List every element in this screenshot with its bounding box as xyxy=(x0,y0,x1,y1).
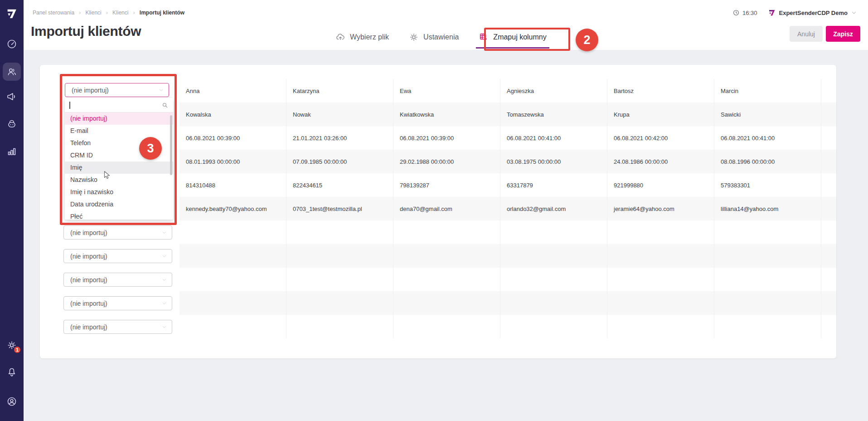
dropdown-option[interactable]: Imię i nazwisko xyxy=(65,186,173,198)
dropdown-option-list: (nie importuj)E-mailTelefonCRM IDImięNaz… xyxy=(65,113,173,220)
breadcrumb: Panel sterowania›Klienci›Klienci›Importu… xyxy=(33,9,184,16)
table-cell xyxy=(393,268,500,291)
table-cell xyxy=(393,244,500,268)
breadcrumb-separator-icon: › xyxy=(133,9,135,16)
tab-zmapuj-kolumny[interactable]: Zmapuj kolumny xyxy=(479,26,546,49)
breadcrumb-item[interactable]: Klienci xyxy=(112,10,128,16)
column-mapping-select[interactable]: (nie importuj) xyxy=(63,249,172,263)
table-cell xyxy=(607,291,714,315)
table-cell: jeramie64@yahoo.com xyxy=(607,197,714,220)
text-caret xyxy=(69,102,70,109)
table-cell xyxy=(286,315,393,338)
table-row: AnnaKatarzynaEwaAgnieszkaBartoszMarcin xyxy=(179,79,836,103)
dropdown-search-input[interactable] xyxy=(69,99,160,112)
table-cell: Krupa xyxy=(607,103,714,126)
table-edit-icon xyxy=(479,32,489,42)
column-mapping-select[interactable]: (nie importuj) xyxy=(63,273,172,287)
chevron-down-icon xyxy=(161,253,167,259)
table-cell: 798139287 xyxy=(393,173,500,197)
table-row-filler xyxy=(821,150,836,173)
column-mapping-select[interactable]: (nie importuj) xyxy=(63,320,172,334)
table-cell: dena70@gmail.com xyxy=(393,197,500,220)
breadcrumb-item[interactable]: Panel sterowania xyxy=(33,10,74,16)
dropdown-option[interactable]: Data urodzenia xyxy=(65,198,173,210)
topbar-right: 16:30 ExpertSenderCDP Demo xyxy=(732,6,857,19)
column-mapping-select[interactable]: (nie importuj) xyxy=(63,225,172,240)
cloud-upload-icon xyxy=(335,32,345,42)
breadcrumb-separator-icon: › xyxy=(106,9,108,16)
table-cell: lilliana14@yahoo.com xyxy=(714,197,821,220)
tab-wybierz-plik[interactable]: Wybierz plik xyxy=(335,26,389,49)
column-mapping-select-open[interactable]: (nie importuj) xyxy=(65,83,169,97)
dropdown-option[interactable]: (nie importuj) xyxy=(65,113,173,125)
gear-icon xyxy=(409,32,419,42)
dropdown-scrollbar[interactable] xyxy=(170,115,172,175)
table-cell xyxy=(500,244,607,268)
table-row xyxy=(179,244,836,268)
table-row xyxy=(179,220,836,244)
selected-mapping-value: (nie importuj) xyxy=(70,300,161,307)
dropdown-option[interactable]: Nazwisko xyxy=(65,174,173,186)
search-icon xyxy=(161,102,169,109)
dropdown-option[interactable]: Płeć xyxy=(65,210,173,220)
notification-badge: 1 xyxy=(13,346,21,354)
save-button[interactable]: Zapisz xyxy=(826,26,860,42)
sidebar: 1 xyxy=(0,0,24,421)
cancel-button[interactable]: Anuluj xyxy=(790,26,823,42)
column-mapping-select[interactable]: (nie importuj) xyxy=(63,296,172,310)
import-preview-table: AnnaKatarzynaEwaAgnieszkaBartoszMarcinKo… xyxy=(179,79,836,338)
clock-icon xyxy=(732,9,740,16)
table-cell xyxy=(500,291,607,315)
table-cell xyxy=(500,268,607,291)
dropdown-option[interactable]: Imię xyxy=(65,162,173,174)
table-row xyxy=(179,291,836,315)
dropdown-option[interactable]: E-mail xyxy=(65,125,173,137)
table-cell xyxy=(286,268,393,291)
table-cell: 21.01.2021 03:26:00 xyxy=(286,126,393,150)
breadcrumb-item[interactable]: Klienci xyxy=(85,10,101,16)
sidebar-item-reports[interactable] xyxy=(3,142,21,161)
table-cell xyxy=(714,315,821,338)
table-cell xyxy=(393,315,500,338)
table-cell xyxy=(179,244,286,268)
table-cell: 06.08.2021 00:39:00 xyxy=(393,126,500,150)
table-cell: kennedy.beatty70@yahoo.com xyxy=(179,197,286,220)
content-area: AnnaKatarzynaEwaAgnieszkaBartoszMarcinKo… xyxy=(24,50,868,421)
table-cell xyxy=(286,291,393,315)
table-cell: 24.08.1986 00:00:00 xyxy=(607,150,714,173)
table-cell: 579383301 xyxy=(714,173,821,197)
sidebar-item-customers[interactable] xyxy=(3,63,21,81)
table-cell xyxy=(286,220,393,244)
table-cell xyxy=(714,291,821,315)
table-cell xyxy=(179,220,286,244)
chevron-down-icon xyxy=(161,230,167,235)
table-cell: 03.08.1975 00:00:00 xyxy=(500,150,607,173)
table-cell xyxy=(607,244,714,268)
table-row-filler xyxy=(821,291,836,315)
table-row-filler xyxy=(821,268,836,291)
table-cell xyxy=(179,268,286,291)
table-cell xyxy=(393,220,500,244)
sidebar-item-campaigns[interactable] xyxy=(3,88,21,106)
sidebar-item-account[interactable] xyxy=(3,392,21,411)
table-row: 8143104888224346157981392876331787992199… xyxy=(179,173,836,197)
sidebar-item-dashboard[interactable] xyxy=(3,35,21,53)
table-row: kennedy.beatty70@yahoo.com0703_1test@tes… xyxy=(179,197,836,220)
table-cell: 0703_1test@testmozilla.pl xyxy=(286,197,393,220)
tab-ustawienia[interactable]: Ustawienia xyxy=(409,26,459,49)
annotation-badge-step3: 3 xyxy=(139,137,162,160)
sidebar-item-settings[interactable]: 1 xyxy=(3,336,21,354)
table-row-filler xyxy=(821,197,836,220)
current-time: 16:30 xyxy=(742,10,757,16)
users-icon xyxy=(6,66,17,77)
sidebar-item-automation[interactable] xyxy=(3,115,21,133)
account-menu[interactable]: ExpertSenderCDP Demo xyxy=(768,9,857,17)
table-cell xyxy=(179,315,286,338)
table-cell xyxy=(714,268,821,291)
table-cell: 06.08.2021 00:42:00 xyxy=(607,126,714,150)
table-cell: 29.02.1988 00:00:00 xyxy=(393,150,500,173)
sidebar-item-notifications[interactable] xyxy=(3,363,21,381)
table-cell: Marcin xyxy=(714,79,821,103)
breadcrumb-item: Importuj klientów xyxy=(140,10,184,16)
clock-widget: 16:30 xyxy=(732,9,757,16)
